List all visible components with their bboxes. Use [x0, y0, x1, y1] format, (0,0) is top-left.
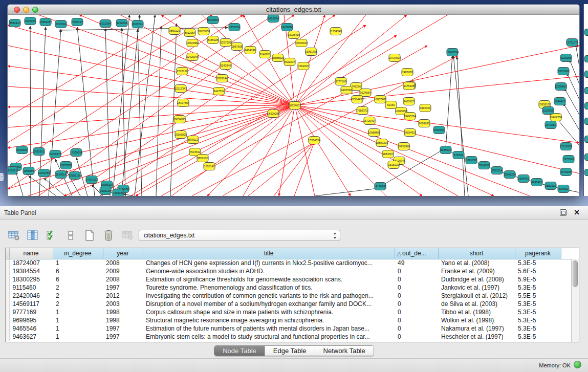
gene-node-teal[interactable]: 9605135	[100, 187, 111, 195]
table-mode-icon[interactable]	[7, 229, 20, 242]
citation-edge[interactable]	[192, 56, 458, 196]
float-panel-icon[interactable]	[560, 209, 567, 216]
gene-node-yellow[interactable]: 20564436	[351, 96, 363, 103]
gene-node-yellow[interactable]: 8427512	[213, 87, 225, 95]
table-cell[interactable]: Changes of HCN gene expression and I(f) …	[143, 259, 395, 267]
gene-node-yellow[interactable]: 9463627	[403, 98, 415, 105]
gene-node-yellow[interactable]: 9242848	[220, 62, 231, 70]
gene-node-yellow[interactable]: 19756928	[398, 143, 410, 150]
table-cell[interactable]: Hescheler et al. (1997)	[438, 333, 515, 341]
gene-node-teal[interactable]: 7690727	[72, 18, 83, 26]
gene-node-teal[interactable]: 8938923	[440, 146, 451, 154]
gene-node-teal[interactable]: 1244413	[554, 98, 565, 105]
citation-edge[interactable]	[295, 15, 325, 105]
gene-node-yellow[interactable]: 16720407	[363, 117, 376, 125]
gene-node-yellow[interactable]: 8912954	[184, 29, 195, 37]
table-cell[interactable]: 0	[395, 292, 438, 300]
table-cell[interactable]: 22420046	[9, 292, 53, 300]
table-cell[interactable]: 1	[53, 324, 103, 333]
gene-node-yellow[interactable]: 18724007	[289, 102, 301, 110]
network-window[interactable]: citations_edges.txt 18724007183002951538…	[7, 4, 580, 196]
citation-edge[interactable]	[274, 142, 314, 196]
gene-node-teal[interactable]: 20206576	[49, 150, 61, 158]
gene-node-yellow[interactable]: 15885520	[272, 54, 284, 62]
edge[interactable]	[138, 29, 142, 196]
table-cell[interactable]: 2008	[103, 259, 143, 267]
gene-node-teal[interactable]: 1156869	[23, 167, 34, 175]
edge[interactable]	[576, 45, 579, 66]
gene-node-yellow[interactable]: 1530147	[204, 163, 215, 170]
tab-node-table[interactable]: Node Table	[214, 346, 265, 356]
table-cell[interactable]: 0	[395, 308, 438, 316]
gene-node-teal[interactable]: 824502	[558, 185, 569, 193]
table-cell[interactable]: 49	[395, 259, 438, 267]
table-cell[interactable]: 5.3E-5	[515, 300, 561, 308]
table-cell[interactable]: 9777169	[9, 308, 53, 316]
gene-node-yellow[interactable]: 7986372	[357, 107, 368, 115]
table-row[interactable]: 911546021997Tourette syndrome. Phenomeno…	[6, 283, 572, 292]
import-table-icon[interactable]	[121, 229, 134, 242]
table-row[interactable]: 946362711997Embryonic stem cells: a mode…	[6, 333, 572, 341]
gene-node-teal[interactable]: 1950351	[33, 148, 45, 156]
table-cell[interactable]: 9465546	[9, 324, 53, 333]
gene-node-yellow[interactable]: 18107554	[177, 99, 189, 107]
panel-collapse-handle[interactable]: ‹	[0, 173, 4, 181]
gene-node-yellow[interactable]: 9115460	[420, 104, 431, 112]
gene-node-teal[interactable]: 1073051	[545, 121, 556, 129]
gene-node-yellow[interactable]: 19654935	[173, 116, 186, 123]
gene-node-yellow[interactable]: 8454749	[245, 47, 256, 54]
gene-node-teal[interactable]: 7699020	[113, 189, 124, 196]
gene-node-yellow[interactable]: 12213343	[175, 85, 187, 93]
table-cell[interactable]: 0	[395, 300, 438, 308]
gene-node-yellow[interactable]: 16961758	[305, 48, 317, 56]
gene-node-teal[interactable]: 15751074	[566, 39, 578, 47]
gene-node-teal[interactable]: 13505185	[69, 172, 81, 180]
gene-node-teal[interactable]: 9152604	[116, 19, 127, 27]
gene-node-yellow[interactable]: 10688809	[368, 129, 380, 137]
gene-node-yellow[interactable]: 19734693	[388, 54, 401, 62]
gene-node-yellow[interactable]: 62160	[385, 101, 397, 109]
table-cell[interactable]: de Silva et al. (2003)	[438, 300, 515, 308]
table-cell[interactable]: 6	[53, 267, 103, 275]
gene-node-teal[interactable]: 3915915	[8, 167, 17, 174]
edge[interactable]	[16, 172, 23, 196]
gene-node-teal[interactable]: 12342757	[38, 169, 50, 177]
citation-edge[interactable]	[295, 105, 579, 173]
gene-node-yellow[interactable]: 18807293	[376, 139, 388, 147]
table-cell[interactable]: 0	[395, 267, 438, 275]
table-cell[interactable]: 0	[395, 333, 438, 341]
gene-node-teal[interactable]: 14136141	[374, 183, 386, 190]
table-cell[interactable]: 1997	[103, 283, 143, 292]
gene-node-yellow[interactable]: 6497568	[341, 86, 352, 94]
column-header-out_de[interactable]: △out_de...	[395, 248, 438, 259]
table-cell[interactable]: Disruption of a novel member of a sodium…	[143, 300, 395, 308]
gene-node-yellow[interactable]: 11254549	[330, 28, 342, 35]
citation-edge[interactable]	[8, 105, 295, 107]
gene-node-yellow[interactable]: 1375165	[403, 82, 415, 90]
table-cell[interactable]: 5.3E-5	[515, 324, 561, 333]
table-cell[interactable]: 9115460	[9, 283, 53, 292]
gene-node-teal[interactable]: 9245407	[531, 179, 542, 186]
gene-node-teal[interactable]: 2620741	[132, 20, 143, 28]
gene-node-teal[interactable]: 9227343	[558, 68, 569, 75]
table-cell[interactable]: 9699695	[9, 316, 53, 324]
table-cell[interactable]: 6	[53, 275, 103, 283]
gene-node-teal[interactable]: 7914208	[478, 162, 490, 169]
gene-node-yellow[interactable]: 13325419	[288, 31, 300, 39]
table-cell[interactable]: 2012	[103, 292, 143, 300]
edge[interactable]	[446, 56, 452, 148]
table-cell[interactable]: Corpus callosum shape and size in male p…	[143, 308, 395, 316]
gene-node-teal[interactable]: 679191	[453, 151, 464, 159]
gene-node-yellow[interactable]: 16543382	[186, 39, 199, 47]
gene-node-yellow[interactable]: 9777169	[335, 78, 346, 85]
gene-node-teal[interactable]: 1640954	[433, 126, 445, 134]
column-header-pagerank[interactable]: pagerank	[515, 248, 561, 259]
gene-node-teal[interactable]: 1891058	[466, 157, 477, 164]
table-row[interactable]: 1456911722003Disruption of a novel membe…	[6, 300, 572, 308]
memory-status-icon[interactable]	[574, 361, 581, 368]
citation-edge[interactable]	[28, 105, 295, 196]
citation-edge[interactable]	[8, 105, 295, 127]
table-row[interactable]: 1830029562008Estimation of significance …	[6, 275, 572, 283]
citation-edge[interactable]	[8, 25, 295, 105]
gene-node-yellow[interactable]: 8186328	[207, 36, 219, 44]
